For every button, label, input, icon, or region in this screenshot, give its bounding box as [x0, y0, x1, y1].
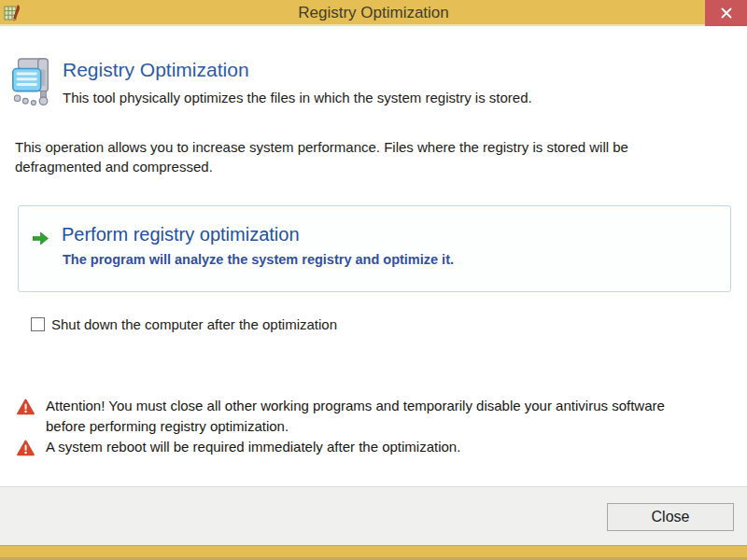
- title-bar: Registry Optimization: [0, 0, 747, 26]
- intro-text: This operation allows you to increase sy…: [15, 137, 697, 176]
- warning-text: A system reboot will be required immedia…: [46, 437, 667, 457]
- warning-triangle-icon: [17, 399, 35, 415]
- window-bottom-border: [0, 545, 747, 557]
- warning-triangle-icon: [17, 440, 35, 456]
- action-description: The program will analyze the system regi…: [63, 252, 454, 267]
- warning-text: Attention! You must close all other work…: [46, 396, 667, 437]
- action-title: Perform registry optimization: [62, 224, 300, 245]
- window-title: Registry Optimization: [0, 0, 747, 26]
- warning-attention: Attention! You must close all other work…: [17, 396, 667, 437]
- close-icon: [721, 7, 732, 19]
- footer-bar: Close: [0, 486, 747, 545]
- green-arrow-icon: [33, 231, 49, 245]
- shutdown-checkbox-row[interactable]: Shut down the computer after the optimiz…: [31, 316, 337, 332]
- warning-reboot: A system reboot will be required immedia…: [17, 437, 667, 457]
- window-close-button[interactable]: [705, 0, 747, 26]
- perform-optimization-action[interactable]: Perform registry optimization The progra…: [18, 205, 731, 292]
- close-button[interactable]: Close: [607, 503, 734, 531]
- registry-optimization-dialog: Registry Optimization Registry Optimizat…: [0, 0, 747, 560]
- page-subtitle: This tool physically optimizes the files…: [63, 90, 532, 105]
- page-title: Registry Optimization: [63, 59, 249, 81]
- shutdown-checkbox[interactable]: [31, 317, 45, 331]
- shutdown-checkbox-label: Shut down the computer after the optimiz…: [51, 316, 337, 332]
- registry-compress-icon: [8, 57, 55, 107]
